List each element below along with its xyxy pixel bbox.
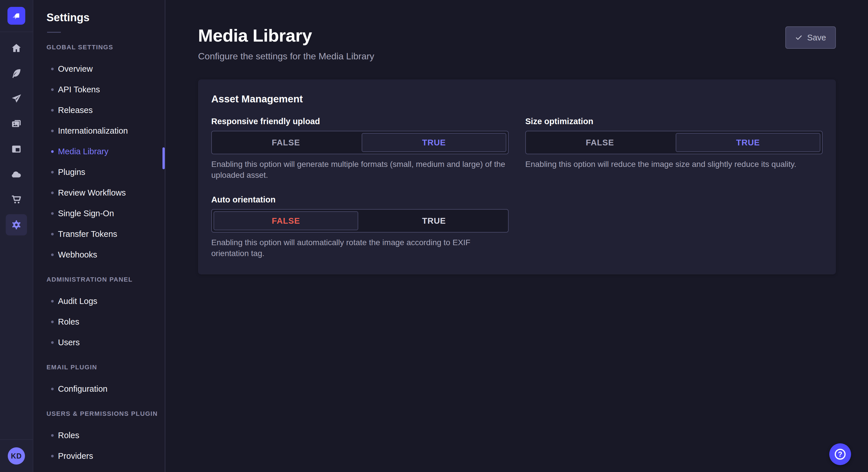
auto-orientation-toggle: FALSE TRUE xyxy=(211,209,508,233)
bullet-icon xyxy=(51,68,54,70)
save-button-label: Save xyxy=(807,33,826,42)
subnav-item-webhooks[interactable]: Webhooks xyxy=(33,244,165,265)
page-title: Media Library xyxy=(198,25,374,46)
field-auto-orientation: Auto orientation FALSE TRUE Enabling thi… xyxy=(211,195,508,259)
bullet-icon xyxy=(51,130,54,132)
active-icon-chip xyxy=(6,214,27,235)
active-item-indicator xyxy=(162,147,165,169)
asset-management-card: Asset Management Responsive friendly upl… xyxy=(198,79,836,274)
avatar-initials: KD xyxy=(11,452,22,460)
section-administration-panel: ADMINISTRATION PANEL Audit Logs Roles Us… xyxy=(33,276,165,353)
field-size-optimization: Size optimization FALSE TRUE Enabling th… xyxy=(525,117,823,181)
card-title: Asset Management xyxy=(211,93,823,105)
subnav-item-users[interactable]: Users xyxy=(33,332,165,353)
save-button[interactable]: Save xyxy=(785,26,836,49)
section-email-plugin: EMAIL PLUGIN Configuration xyxy=(33,364,165,399)
field-label: Size optimization xyxy=(525,117,823,126)
home-icon[interactable] xyxy=(0,36,33,61)
section-label: USERS & PERMISSIONS PLUGIN xyxy=(46,410,165,417)
field-hint: Enabling this option will automatically … xyxy=(211,237,508,259)
toggle-false-option[interactable]: FALSE xyxy=(528,133,672,152)
deploy-cloud-icon[interactable] xyxy=(0,162,33,187)
bullet-icon xyxy=(51,434,54,437)
subnav-item-single-sign-on[interactable]: Single Sign-On xyxy=(33,203,165,224)
subnav-item-audit-logs[interactable]: Audit Logs xyxy=(33,291,165,311)
content-feather-icon[interactable] xyxy=(0,61,33,86)
help-button[interactable]: ? xyxy=(829,443,851,465)
toggle-true-option[interactable]: TRUE xyxy=(362,211,506,230)
page-header: Media Library Configure the settings for… xyxy=(198,25,836,62)
toggle-false-option[interactable]: FALSE xyxy=(214,211,358,230)
subnav-item-releases[interactable]: Releases xyxy=(33,100,165,121)
bullet-icon xyxy=(51,109,54,111)
subnav-item-overview[interactable]: Overview xyxy=(33,59,165,79)
settings-gear-icon[interactable] xyxy=(0,212,33,237)
main-nav-rail: KD xyxy=(0,0,33,472)
toggle-true-option[interactable]: TRUE xyxy=(362,133,506,152)
user-avatar[interactable]: KD xyxy=(8,447,25,465)
bullet-icon xyxy=(51,192,54,194)
bullet-icon xyxy=(51,321,54,323)
section-label: ADMINISTRATION PANEL xyxy=(46,276,165,283)
toggle-true-option[interactable]: TRUE xyxy=(676,133,820,152)
subnav-item-api-tokens[interactable]: API Tokens xyxy=(33,79,165,100)
rail-footer: KD xyxy=(0,439,33,472)
subnav-item-configuration[interactable]: Configuration xyxy=(33,378,165,399)
logo-container xyxy=(0,0,33,32)
bullet-icon xyxy=(51,455,54,458)
main-content: Media Library Configure the settings for… xyxy=(165,0,868,472)
section-users-permissions-plugin: USERS & PERMISSIONS PLUGIN Roles Provide… xyxy=(33,410,165,466)
bullet-icon xyxy=(51,212,54,215)
section-label: GLOBAL SETTINGS xyxy=(46,43,165,51)
subnav-item-media-library[interactable]: Media Library xyxy=(33,141,165,162)
subnav-title: Settings xyxy=(46,11,165,24)
bullet-icon xyxy=(51,388,54,390)
release-plane-icon[interactable] xyxy=(0,86,33,111)
field-label: Auto orientation xyxy=(211,195,508,204)
purchase-cart-icon[interactable] xyxy=(0,187,33,212)
field-responsive-friendly-upload: Responsive friendly upload FALSE TRUE En… xyxy=(211,117,508,181)
strapi-logo[interactable] xyxy=(7,7,25,25)
rail-icon-list xyxy=(0,32,33,439)
question-mark-icon: ? xyxy=(835,449,846,460)
fields-grid: Responsive friendly upload FALSE TRUE En… xyxy=(211,117,823,259)
strapi-logo-icon xyxy=(10,9,23,22)
media-pictures-icon[interactable] xyxy=(0,111,33,136)
section-global-settings: GLOBAL SETTINGS Overview API Tokens Rele… xyxy=(33,43,165,265)
subnav-item-providers[interactable]: Providers xyxy=(33,446,165,466)
subnav-item-up-roles[interactable]: Roles xyxy=(33,425,165,446)
marketplace-layout-icon[interactable] xyxy=(0,136,33,162)
page-subtitle: Configure the settings for the Media Lib… xyxy=(198,51,374,62)
bullet-icon xyxy=(51,300,54,303)
section-label: EMAIL PLUGIN xyxy=(46,364,165,371)
subnav-item-review-workflows[interactable]: Review Workflows xyxy=(33,182,165,203)
size-optimization-toggle: FALSE TRUE xyxy=(525,131,823,154)
bullet-icon xyxy=(51,171,54,173)
subnav-item-plugins[interactable]: Plugins xyxy=(33,162,165,182)
settings-subnav: Settings GLOBAL SETTINGS Overview API To… xyxy=(33,0,165,472)
subnav-item-roles[interactable]: Roles xyxy=(33,311,165,332)
subnav-item-internationalization[interactable]: Internationalization xyxy=(33,121,165,141)
bullet-icon xyxy=(51,88,54,91)
toggle-false-option[interactable]: FALSE xyxy=(214,133,358,152)
bullet-icon xyxy=(51,150,54,153)
responsive-friendly-upload-toggle: FALSE TRUE xyxy=(211,131,508,154)
field-hint: Enabling this option will reduce the ima… xyxy=(525,159,823,170)
check-icon xyxy=(795,34,803,41)
bullet-icon xyxy=(51,341,54,344)
field-hint: Enabling this option will generate multi… xyxy=(211,159,508,181)
bullet-icon xyxy=(51,233,54,235)
subnav-item-transfer-tokens[interactable]: Transfer Tokens xyxy=(33,224,165,244)
bullet-icon xyxy=(51,254,54,256)
subnav-divider xyxy=(47,32,61,33)
field-label: Responsive friendly upload xyxy=(211,117,508,126)
